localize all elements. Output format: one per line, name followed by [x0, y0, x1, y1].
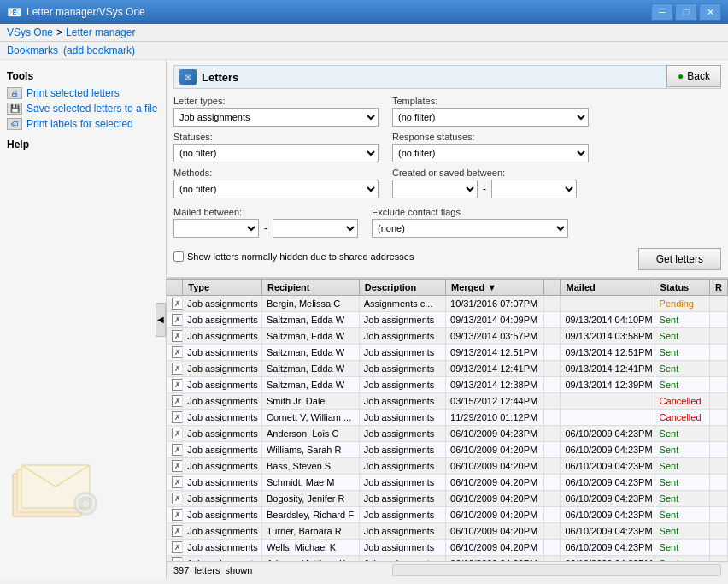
- table-row[interactable]: ✗ Job assignments Wells, Michael K Job a…: [167, 540, 728, 556]
- show-hidden-label: Show letters normally hidden due to shar…: [187, 251, 414, 262]
- mailed-to-select[interactable]: [273, 219, 358, 238]
- help-title: Help: [7, 139, 159, 150]
- letter-types-select[interactable]: Job assignments: [173, 108, 379, 127]
- maximize-button[interactable]: □: [675, 3, 697, 21]
- row-recipient: Saltzman, Edda W: [261, 361, 359, 377]
- mailed-from-select[interactable]: [173, 219, 259, 238]
- row-merged: 09/13/2014 04:09PM: [446, 312, 544, 328]
- row-r: [709, 312, 727, 328]
- letters-table-container: Type Recipient Description Merged ▼ Mail…: [167, 278, 728, 561]
- table-row[interactable]: ✗ Job assignments Bogosity, Jenifer R Jo…: [167, 491, 728, 507]
- letters-header: ✉ Letters: [173, 65, 721, 89]
- response-statuses-select[interactable]: (no filter): [392, 144, 589, 162]
- methods-label: Methods:: [173, 168, 379, 178]
- svg-text:⚙: ⚙: [82, 499, 90, 509]
- table-row[interactable]: ✗ Job assignments Saltzman, Edda W Job a…: [167, 361, 728, 377]
- row-recipient: Bergin, Melissa C: [261, 296, 359, 312]
- row-select-icon: ✗: [172, 363, 183, 375]
- row-mailed: 06/10/2009 04:23PM: [561, 507, 655, 523]
- minimize-button[interactable]: ─: [651, 3, 673, 21]
- col-merged[interactable]: Merged ▼: [446, 280, 544, 296]
- row-description: Job assignments: [359, 345, 445, 361]
- statuses-select[interactable]: (no filter): [173, 144, 379, 162]
- back-button[interactable]: ● Back: [666, 65, 721, 87]
- row-merged: 06/10/2009 04:20PM: [446, 458, 544, 475]
- close-button[interactable]: ✕: [699, 3, 721, 21]
- col-r[interactable]: R: [709, 280, 727, 296]
- bookmarks-link[interactable]: Bookmarks: [7, 44, 58, 56]
- letter-manager-link[interactable]: Letter manager: [66, 27, 135, 38]
- row-recipient: Bass, Steven S: [261, 458, 359, 475]
- row-merged-flag: [543, 426, 561, 442]
- col-description[interactable]: Description: [359, 280, 445, 296]
- menu-bar: VSys One > Letter manager: [0, 24, 728, 42]
- col-checkbox[interactable]: [167, 280, 183, 296]
- table-row[interactable]: ✗ Job assignments Smith Jr, Dale Job ass…: [167, 393, 728, 410]
- table-row[interactable]: ✗ Job assignments Schmidt, Mae M Job ass…: [167, 475, 728, 491]
- row-merged: 06/10/2009 04:20PM: [446, 475, 544, 491]
- save-selected-letters-link[interactable]: 💾 Save selected letters to a file: [7, 101, 159, 116]
- table-row[interactable]: ✗ Job assignments Cornett V, William ...…: [167, 410, 728, 426]
- row-select-icon: ✗: [172, 460, 183, 472]
- created-from-select[interactable]: [392, 180, 478, 198]
- horizontal-scrollbar[interactable]: [392, 564, 721, 576]
- row-merged: 06/10/2009 04:23PM: [446, 426, 544, 442]
- col-type[interactable]: Type: [183, 280, 262, 296]
- print-selected-letters-link[interactable]: 🖨 Print selected letters: [7, 86, 159, 101]
- print-labels-link[interactable]: 🏷 Print labels for selected: [7, 116, 159, 132]
- row-mailed: 09/13/2014 12:39PM: [561, 377, 655, 393]
- table-row[interactable]: ✗ Job assignments Bergin, Melissa C Assi…: [167, 296, 728, 312]
- row-select-icon: ✗: [172, 476, 183, 488]
- col-merged-flag[interactable]: [543, 280, 561, 296]
- table-header-row: Type Recipient Description Merged ▼ Mail…: [167, 280, 728, 296]
- table-row[interactable]: ✗ Job assignments Saltzman, Edda W Job a…: [167, 328, 728, 345]
- statuses-label: Statuses:: [173, 132, 379, 142]
- row-mailed: 06/10/2009 04:23PM: [561, 458, 655, 475]
- templates-select[interactable]: (no filter): [392, 108, 589, 127]
- row-merged-flag: [543, 540, 561, 556]
- table-row[interactable]: ✗ Job assignments Saltzman, Edda W Job a…: [167, 345, 728, 361]
- row-status: Sent: [655, 507, 709, 523]
- table-row[interactable]: ✗ Job assignments Turner, Barbara R Job …: [167, 523, 728, 540]
- row-type: Job assignments: [183, 312, 262, 328]
- table-row[interactable]: ✗ Job assignments Anderson, Lois C Job a…: [167, 426, 728, 442]
- row-r: [709, 410, 727, 426]
- get-letters-button[interactable]: Get letters: [638, 248, 721, 270]
- row-select-icon: ✗: [172, 379, 183, 391]
- watermark-decoration: ⚙: [9, 457, 111, 528]
- print-labels-label: Print labels for selected: [26, 118, 133, 130]
- row-merged-flag: [543, 507, 561, 523]
- vsys-one-link[interactable]: VSys One: [7, 27, 53, 38]
- table-row[interactable]: ✗ Job assignments Saltzman, Edda W Job a…: [167, 377, 728, 393]
- col-recipient[interactable]: Recipient: [261, 280, 359, 296]
- col-mailed[interactable]: Mailed: [561, 280, 655, 296]
- row-type: Job assignments: [183, 507, 262, 523]
- exclude-flags-select[interactable]: (none): [372, 219, 568, 238]
- row-icon-cell: ✗: [167, 345, 183, 361]
- label-icon: 🏷: [7, 118, 22, 130]
- row-select-icon: ✗: [172, 346, 183, 358]
- col-status[interactable]: Status: [655, 280, 709, 296]
- row-merged: 06/10/2009 04:20PM: [446, 540, 544, 556]
- row-mailed: [561, 410, 655, 426]
- sidebar-collapse-button[interactable]: ◀: [156, 303, 166, 337]
- created-to-select[interactable]: [491, 180, 577, 198]
- add-bookmark-link[interactable]: (add bookmark): [63, 44, 135, 56]
- row-r: [709, 377, 727, 393]
- row-mailed: 09/13/2014 12:41PM: [561, 361, 655, 377]
- show-hidden-checkbox[interactable]: [173, 251, 184, 262]
- row-icon-cell: ✗: [167, 377, 183, 393]
- table-row[interactable]: ✗ Job assignments Saltzman, Edda W Job a…: [167, 312, 728, 328]
- table-row[interactable]: ✗ Job assignments Williams, Sarah R Job …: [167, 442, 728, 458]
- row-r: [709, 442, 727, 458]
- row-recipient: Turner, Barbara R: [261, 523, 359, 540]
- row-mailed: 09/13/2014 03:58PM: [561, 328, 655, 345]
- table-row[interactable]: ✗ Job assignments Bass, Steven S Job ass…: [167, 458, 728, 475]
- row-description: Job assignments: [359, 426, 445, 442]
- filter-row-2: Statuses: (no filter) Response statuses:…: [173, 132, 721, 162]
- row-recipient: Saltzman, Edda W: [261, 328, 359, 345]
- methods-select[interactable]: (no filter): [173, 180, 379, 198]
- row-select-icon: ✗: [172, 509, 183, 521]
- row-recipient: Bogosity, Jenifer R: [261, 491, 359, 507]
- table-row[interactable]: ✗ Job assignments Beardsley, Richard F J…: [167, 507, 728, 523]
